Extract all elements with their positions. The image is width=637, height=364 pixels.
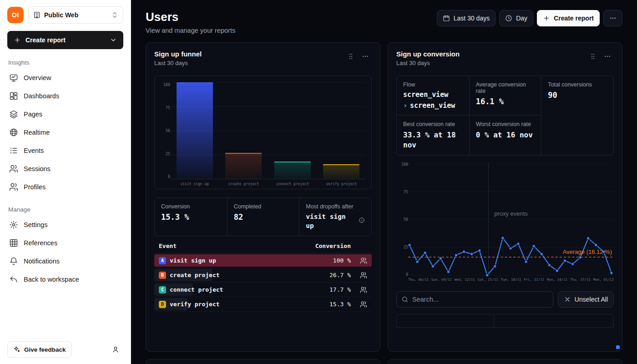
conversion-card: Sign up conversion Last 30 days Flow scr… bbox=[388, 42, 622, 352]
overview-icon bbox=[9, 73, 18, 82]
stat-value: 0 % at 16 nov bbox=[476, 130, 535, 140]
stat-value: 15.3 % bbox=[161, 212, 221, 222]
sidebar-item-label: Events bbox=[24, 147, 44, 154]
conv-line-svg bbox=[408, 162, 614, 277]
card-menu-button[interactable] bbox=[601, 50, 614, 63]
card-title: Sign up conversion bbox=[396, 50, 460, 58]
funnel-y-axis: 1007550250 bbox=[158, 82, 170, 186]
step-badge: C bbox=[159, 286, 166, 293]
conv-plot-overlay: proxy events Average (16.12 %) bbox=[408, 162, 614, 277]
column-event: Event bbox=[159, 243, 309, 249]
view-users-button[interactable] bbox=[351, 257, 367, 264]
plus-icon bbox=[543, 15, 550, 22]
funnel-x-labels: visit sign upcreate projectconnect proje… bbox=[170, 179, 366, 186]
view-users-button[interactable] bbox=[351, 272, 367, 279]
stat-label: Total conversions bbox=[548, 81, 607, 88]
sidebar-item-events[interactable]: Events bbox=[7, 142, 123, 160]
funnel-table-row[interactable]: C connect project 17.7 % bbox=[154, 283, 372, 297]
dashboards-icon bbox=[9, 91, 18, 101]
sidebar-item-label: Back to workspace bbox=[24, 276, 79, 283]
give-feedback-button[interactable]: Give feedback bbox=[7, 341, 72, 358]
chevron-right-icon: › bbox=[403, 101, 407, 110]
conv-plot: proxy events Average (16.12 %) Thu, 06/1… bbox=[408, 162, 614, 284]
sidebar-item-pages[interactable]: Pages bbox=[7, 105, 123, 123]
header-actions: Last 30 days Day Create report bbox=[437, 10, 622, 26]
workspace-selector[interactable]: Public Web bbox=[28, 6, 123, 24]
interval-button[interactable]: Day bbox=[499, 10, 533, 26]
sidebar-item-profiles[interactable]: Profiles bbox=[7, 178, 123, 196]
funnel-table-row[interactable]: D verify project 15.3 % bbox=[154, 297, 372, 312]
sidebar-item-dashboards[interactable]: Dashboards bbox=[7, 87, 123, 105]
user-menu-button[interactable] bbox=[108, 342, 123, 357]
sidebar-item-references[interactable]: References bbox=[7, 234, 123, 252]
stat-value: 82 bbox=[234, 212, 293, 222]
sidebar-footer: Give feedback bbox=[7, 341, 123, 358]
conversion-card-header: Sign up conversion Last 30 days bbox=[388, 43, 622, 69]
stat-label: Best conversion rate bbox=[403, 121, 463, 127]
stat-label: Flow bbox=[403, 81, 463, 88]
conversion-line-chart: 1007550250 proxy events Average (16.12 %… bbox=[396, 162, 614, 284]
feedback-label: Give feedback bbox=[24, 346, 66, 353]
stat-label: Average conversion rate bbox=[476, 81, 535, 94]
sidebar-item-label: Profiles bbox=[24, 183, 46, 191]
sidebar-item-settings[interactable]: Settings bbox=[7, 216, 123, 234]
resize-handle[interactable] bbox=[616, 345, 620, 349]
search-input[interactable] bbox=[412, 296, 548, 303]
sidebar-item-overview[interactable]: Overview bbox=[7, 69, 123, 87]
app-logo[interactable]: OI bbox=[7, 7, 24, 23]
sidebar-item-sessions[interactable]: Sessions bbox=[7, 160, 123, 178]
drag-handle[interactable] bbox=[344, 50, 357, 63]
info-icon[interactable] bbox=[359, 217, 365, 223]
stat-value: 90 bbox=[548, 91, 607, 100]
funnel-plot-column: visit sign upcreate projectconnect proje… bbox=[170, 82, 366, 186]
funnel-table-header: Event Conversion bbox=[154, 239, 372, 253]
sidebar-item-label: Overview bbox=[24, 74, 51, 81]
app-logo-text: OI bbox=[12, 11, 19, 19]
ellipsis-icon bbox=[362, 53, 369, 60]
more-options-button[interactable] bbox=[603, 10, 622, 26]
chart-crosshair bbox=[488, 162, 489, 277]
funnel-table-row[interactable]: B create project 26.7 % bbox=[154, 268, 372, 283]
sidebar-item-label: Sessions bbox=[24, 165, 51, 172]
view-users-button[interactable] bbox=[351, 301, 367, 308]
event-name: create project bbox=[170, 272, 220, 278]
create-report-button[interactable]: Create report bbox=[537, 10, 600, 26]
date-range-button[interactable]: Last 30 days bbox=[437, 10, 495, 26]
plus-icon bbox=[14, 36, 21, 44]
unselect-all-label: Unselect All bbox=[575, 296, 608, 303]
sidebar-item-notifications[interactable]: Notifications bbox=[7, 252, 123, 270]
workspace-row: OI Public Web bbox=[7, 6, 123, 24]
user-icon bbox=[112, 346, 119, 353]
conversion-value: 26.7 % bbox=[309, 272, 351, 278]
notifications-icon bbox=[9, 257, 18, 266]
stat-most-dropoffs: Most dropoffs after visit sign up bbox=[299, 198, 371, 236]
search-icon bbox=[401, 296, 409, 303]
close-icon bbox=[564, 296, 571, 303]
step-badge: B bbox=[159, 272, 166, 279]
conversion-stats: Flow screen_view ›screen_view Average co… bbox=[396, 76, 614, 156]
card-tools bbox=[586, 50, 614, 63]
event-name: verify project bbox=[170, 301, 220, 308]
row-event-cell: A visit sign up bbox=[159, 257, 309, 264]
funnel-table-row[interactable]: A visit sign up 100 % bbox=[154, 253, 372, 268]
report-grid: Sign up funnel Last 30 days 1007550250 v bbox=[146, 42, 622, 352]
sidebar-create-report-button[interactable]: Create report bbox=[7, 31, 123, 49]
section-label-manage: Manage bbox=[8, 206, 122, 213]
sessions-icon bbox=[9, 164, 18, 173]
profiles-icon bbox=[9, 182, 18, 192]
realtime-icon bbox=[9, 128, 18, 137]
row-event-cell: B create project bbox=[159, 272, 309, 279]
event-name: visit sign up bbox=[170, 257, 216, 264]
view-users-button[interactable] bbox=[351, 286, 367, 293]
page-header: Users View and manage your reports Last … bbox=[146, 10, 622, 34]
settings-icon bbox=[9, 220, 18, 229]
sidebar-item-realtime[interactable]: Realtime bbox=[7, 123, 123, 142]
card-menu-button[interactable] bbox=[359, 50, 372, 63]
sidebar-item-back-to-workspace[interactable]: Back to workspace bbox=[7, 270, 123, 288]
unselect-all-button[interactable]: Unselect All bbox=[558, 291, 614, 308]
stat-label: Most dropoffs after bbox=[306, 203, 365, 210]
stat-completed: Completed 82 bbox=[227, 198, 299, 236]
stat-worst-conversion: Worst conversion rate 0 % at 16 nov bbox=[469, 115, 541, 155]
drag-handle[interactable] bbox=[586, 50, 599, 63]
main-content: Users View and manage your reports Last … bbox=[131, 0, 637, 364]
